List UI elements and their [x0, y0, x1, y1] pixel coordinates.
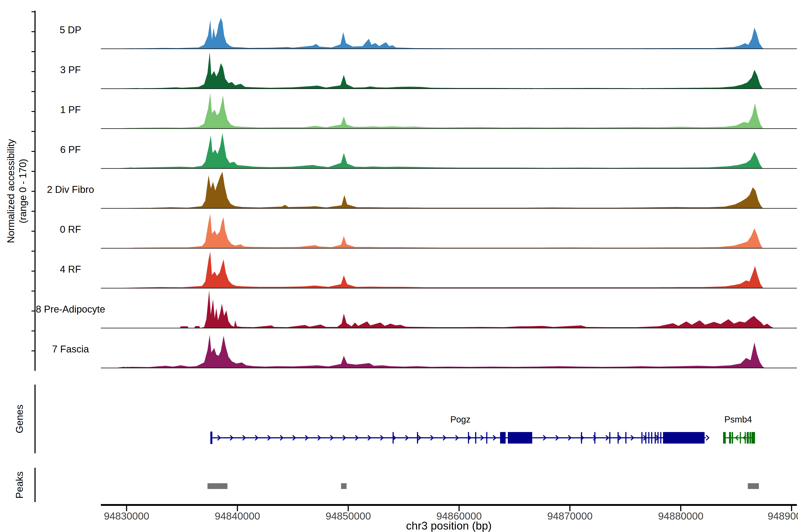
gene-exon-tick-pogz	[648, 432, 649, 443]
gene-exon-tick-pogz	[655, 432, 656, 443]
gene-exon-block-psmb4	[729, 432, 731, 443]
gene-exon-tick-pogz	[581, 432, 582, 443]
x-tick-94850000: 94850000	[326, 510, 371, 522]
peak-region-2	[341, 483, 347, 489]
gene-exon-block-psmb4	[749, 432, 751, 443]
peak-region-1	[208, 483, 227, 489]
signal-area-5	[115, 172, 763, 208]
gene-exon-tick-pogz	[651, 432, 652, 443]
gene-exon-block-psmb4	[747, 432, 749, 443]
gene-tss-bar-pogz	[210, 432, 212, 444]
track-label-2divfibro: 2 Div Fibro	[47, 184, 94, 195]
gene-exon-block-psmb4	[752, 432, 755, 443]
x-tick-94840000: 94840000	[215, 510, 260, 522]
genes-section-label: Genes	[14, 404, 25, 433]
signal-area-8	[115, 290, 774, 328]
gene-exon-tick-pogz	[618, 432, 619, 443]
gene-exon-tick-pogz	[393, 432, 394, 443]
track-label-5dp: 5 DP	[60, 24, 81, 36]
gene-exon-tick-pogz	[468, 432, 469, 443]
track-label-4rf: 4 RF	[60, 264, 81, 275]
track-label-7fascia: 7 Fascia	[52, 344, 89, 355]
gene-exon-tick-pogz	[642, 432, 643, 443]
x-tick-94880000: 94880000	[658, 510, 704, 522]
track-label-1pf: 1 PF	[60, 104, 81, 115]
gene-exon-tick-psmb4	[740, 432, 741, 443]
y-axis-label: Normalized accessibility (range 0 - 170)	[5, 139, 29, 243]
gene-exon-tick-pogz	[625, 432, 626, 443]
gene-exon-block-pogz	[500, 432, 506, 443]
gene-end-arrow-pogz	[706, 435, 709, 440]
track-label-6pf: 6 PF	[60, 144, 81, 155]
gene-label-pogz: Pogz	[450, 415, 470, 424]
x-tick-94830000: 94830000	[104, 510, 149, 522]
x-tick-94890000: 94890000	[767, 510, 798, 522]
y-axis-label-line2: (range 0 - 170)	[17, 139, 29, 243]
signal-area-9	[115, 335, 765, 368]
genome-browser-figure: Normalized accessibility (range 0 - 170)…	[0, 0, 798, 532]
tracks-canvas	[0, 0, 798, 532]
signal-area-4	[115, 133, 763, 169]
gene-exon-block-psmb4	[732, 432, 733, 443]
gene-label-psmb4: Psmb4	[724, 415, 752, 424]
x-axis-title: chr3 position (bp)	[406, 519, 492, 532]
signal-area-2	[115, 52, 763, 89]
gene-exon-block-pogz	[508, 432, 532, 443]
peaks-section-label: Peaks	[14, 472, 25, 498]
x-tick-94870000: 94870000	[547, 510, 593, 522]
signal-area-6	[115, 214, 763, 248]
signal-area-7	[115, 252, 763, 288]
track-label-3pf: 3 PF	[60, 64, 81, 75]
gene-exon-tick-pogz	[609, 432, 610, 443]
gene-exon-tick-pogz	[417, 432, 418, 443]
gene-exon-tick-pogz	[486, 432, 488, 443]
y-axis-label-line1: Normalized accessibility	[5, 139, 17, 243]
gene-exon-tick-psmb4	[745, 432, 746, 443]
gene-exon-tick-pogz	[475, 432, 476, 443]
gene-exon-tick-pogz	[660, 432, 662, 443]
peak-region-3	[748, 483, 759, 489]
signal-area-1	[115, 18, 764, 49]
gene-exon-block-psmb4	[723, 432, 726, 443]
signal-area-3	[115, 93, 763, 129]
gene-exon-block-pogz	[663, 432, 705, 443]
track-label-0rf: 0 RF	[60, 224, 81, 235]
track-label-8preadipocyte: 8 Pre-Adipocyte	[36, 304, 105, 315]
